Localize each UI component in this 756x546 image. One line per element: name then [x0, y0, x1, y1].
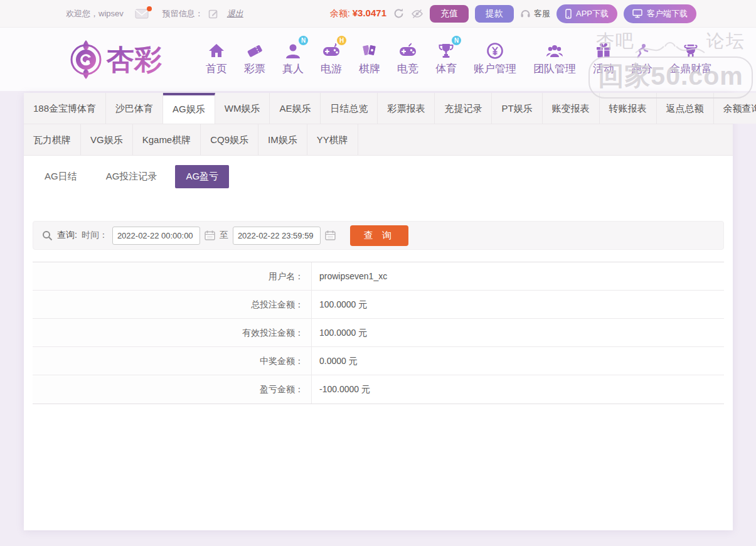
- cards-icon: [359, 40, 380, 60]
- nav-item-home[interactable]: 首页: [206, 40, 227, 76]
- gift-icon: [594, 40, 614, 60]
- between-label: 至: [220, 230, 228, 241]
- monitor-icon: [632, 9, 642, 18]
- badge-n: N: [452, 36, 461, 45]
- tab-kgame-boardgames[interactable]: Kgame棋牌: [133, 124, 201, 155]
- client-download-button[interactable]: 客户端下载: [624, 4, 696, 23]
- tab-daily-summary[interactable]: 日结总览: [321, 93, 378, 124]
- nav-item-team[interactable]: 团队管理: [533, 40, 576, 76]
- nav-item-boardgames[interactable]: 棋牌: [359, 40, 380, 76]
- badge-h: H: [337, 36, 346, 45]
- time-label: 时间：: [82, 230, 108, 241]
- subtab-ag-daily[interactable]: AG日结: [34, 165, 88, 188]
- mail-unread-dot: [147, 6, 152, 11]
- welcome-text: 欢迎您，wipsev: [66, 8, 124, 19]
- row-value: 100.0000 元: [312, 319, 724, 346]
- search-icon: [42, 230, 53, 241]
- row-value: -100.0000 元: [312, 375, 724, 404]
- tab-cq9-entertainment[interactable]: CQ9娱乐: [201, 124, 258, 155]
- logo-flower-emblem: [72, 40, 100, 79]
- nav-item-egames[interactable]: H 电游: [321, 40, 342, 76]
- tab-ag-entertainment[interactable]: AG娱乐: [163, 93, 215, 124]
- nav-item-activity[interactable]: 活动: [593, 40, 614, 76]
- row-value: prowipseven1_xc: [312, 262, 724, 290]
- subtab-ag-bet-records[interactable]: AG投注记录: [95, 165, 168, 188]
- tab-yy-boardgames[interactable]: YY棋牌: [307, 124, 358, 155]
- tab-188-jinbaobo-sports[interactable]: 188金宝博体育: [24, 93, 106, 124]
- subtab-ag-profit-loss[interactable]: AG盈亏: [175, 165, 229, 188]
- tab-rebate-total[interactable]: 返点总额: [657, 93, 714, 124]
- topbar: 欢迎您，wipsev 预留信息： 退出 余额: ¥3.0471 充值 提款 客服…: [0, 0, 756, 28]
- date-from-input[interactable]: [112, 227, 200, 245]
- app-download-button[interactable]: APP下载: [556, 4, 617, 23]
- ding-cauldron-icon: [681, 40, 701, 60]
- search-title: 查询:: [57, 230, 77, 241]
- runner-icon: [632, 40, 652, 60]
- site-logo[interactable]: 杏彩: [67, 39, 189, 80]
- table-row-total-bet: 总投注金额： 100.0000 元: [33, 291, 724, 319]
- tab-lottery-report[interactable]: 彩票报表: [378, 93, 435, 124]
- main-panel: 188金宝博体育 沙巴体育 AG娱乐 WM娱乐 AE娱乐 日结总览 彩票报表 充…: [24, 93, 733, 530]
- badge-n: N: [299, 36, 308, 45]
- table-row-profit-loss: 盈亏金额： -100.0000 元: [33, 375, 724, 404]
- nav-item-live[interactable]: N 真人: [282, 40, 304, 76]
- edit-icon[interactable]: [208, 9, 218, 19]
- recharge-button[interactable]: 充值: [430, 5, 469, 23]
- date-to-input[interactable]: [233, 227, 321, 245]
- balance-value: ¥3.0471: [353, 8, 386, 18]
- withdraw-button[interactable]: 提款: [475, 5, 514, 23]
- headset-icon: [520, 9, 531, 19]
- calendar-from-icon[interactable]: [205, 230, 215, 240]
- live-person-icon: N: [283, 40, 303, 60]
- nav-item-paofen[interactable]: 跑分: [631, 40, 652, 76]
- tab-ae-entertainment[interactable]: AE娱乐: [270, 93, 321, 124]
- row-label: 中奖金额：: [33, 347, 312, 375]
- ag-subtabs: AG日结 AG投注记录 AG盈亏: [24, 156, 733, 188]
- row-label: 有效投注金额：: [33, 319, 312, 346]
- tab-balance-query[interactable]: 余额查询: [714, 93, 756, 124]
- table-row-winning: 中奖金额： 0.0000 元: [33, 347, 724, 375]
- query-button[interactable]: 查 询: [350, 225, 408, 246]
- balance-text: 余额: ¥3.0471: [330, 8, 386, 19]
- nav-item-esports[interactable]: 电竞: [397, 40, 418, 76]
- logo-text: 杏彩: [106, 44, 162, 75]
- mail-icon[interactable]: [135, 9, 149, 19]
- hide-balance-icon[interactable]: [411, 9, 423, 19]
- nav-item-sports[interactable]: N 体育: [435, 40, 457, 76]
- search-bar: 查询: 时间： 至 查 询: [33, 221, 724, 250]
- refresh-balance-icon[interactable]: [393, 8, 405, 19]
- tab-shaba-sports[interactable]: 沙巴体育: [106, 93, 163, 124]
- tab-row-1: 188金宝博体育 沙巴体育 AG娱乐 WM娱乐 AE娱乐 日结总览 彩票报表 充…: [24, 93, 733, 124]
- tab-row-2: 瓦力棋牌 VG娱乐 Kgame棋牌 CQ9娱乐 IM娱乐 YY棋牌: [24, 124, 733, 156]
- table-row-valid-bet: 有效投注金额： 100.0000 元: [33, 319, 724, 347]
- row-value: 100.0000 元: [312, 291, 724, 318]
- home-icon: [206, 40, 226, 60]
- row-label: 盈亏金额：: [33, 375, 312, 404]
- tab-vg-entertainment[interactable]: VG娱乐: [81, 124, 133, 155]
- gamepad-icon: H: [321, 40, 341, 60]
- tab-wm-entertainment[interactable]: WM娱乐: [215, 93, 270, 124]
- esports-gamepad-icon: [398, 40, 418, 60]
- table-row-username: 用户名： prowipseven1_xc: [33, 262, 724, 291]
- nav-item-account[interactable]: 账户管理: [474, 40, 516, 76]
- row-label: 用户名：: [33, 262, 312, 290]
- reserved-info-label: 预留信息：: [162, 8, 203, 19]
- tab-im-entertainment[interactable]: IM娱乐: [258, 124, 307, 155]
- team-icon: [545, 40, 565, 60]
- tab-transfer-report[interactable]: 转账报表: [600, 93, 657, 124]
- trophy-icon: N: [436, 40, 456, 60]
- customer-service-link[interactable]: 客服: [520, 8, 550, 19]
- nav-item-wealth[interactable]: 金鼎财富: [669, 40, 712, 76]
- tab-deposit-withdraw-records[interactable]: 充提记录: [435, 93, 492, 124]
- row-value: 0.0000 元: [312, 347, 724, 375]
- ticket-icon: [245, 40, 265, 60]
- tab-account-change-report[interactable]: 账变报表: [543, 93, 600, 124]
- nav-item-lottery[interactable]: 彩票: [244, 40, 265, 76]
- site-header: 杏彩 首页 彩票 N 真人 H 电游: [0, 28, 756, 91]
- logout-link[interactable]: 退出: [227, 8, 243, 19]
- main-nav: 首页 彩票 N 真人 H 电游 棋牌: [206, 40, 712, 80]
- tab-pt-entertainment[interactable]: PT娱乐: [492, 93, 542, 124]
- calendar-to-icon[interactable]: [325, 230, 336, 240]
- report-table: 用户名： prowipseven1_xc 总投注金额： 100.0000 元 有…: [33, 262, 724, 404]
- tab-wali-boardgames[interactable]: 瓦力棋牌: [24, 124, 81, 155]
